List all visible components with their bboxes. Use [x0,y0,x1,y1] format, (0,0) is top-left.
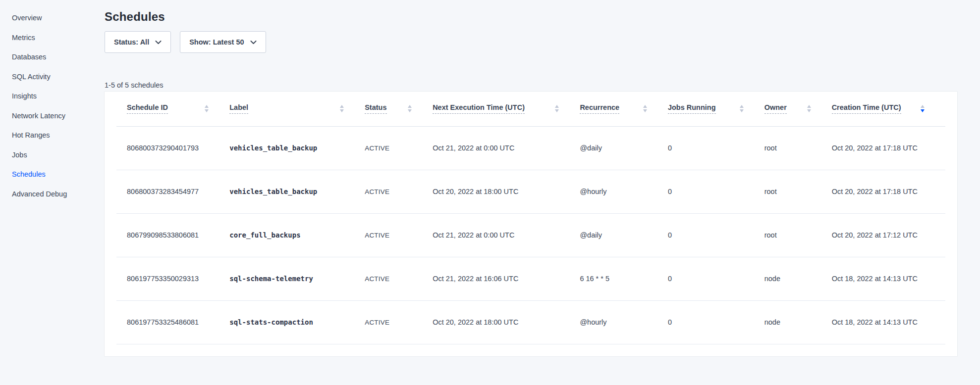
sort-icon-active-desc[interactable] [921,105,925,112]
cell-owner: node [764,275,832,283]
cell-next-execution-time: Oct 21, 2022 at 0:00 UTC [433,144,580,152]
column-label: Label [229,103,248,114]
table-body: 806800373290401793 vehicles_table_backup… [116,126,945,344]
cell-jobs-running: 0 [668,231,764,239]
sidebar-item-sql-activity[interactable]: SQL Activity [12,72,105,82]
cell-creation-time: Oct 20, 2022 at 17:12 UTC [832,231,945,239]
show-filter-label: Show: Latest 50 [189,38,244,46]
cell-recurrence: @hourly [580,318,668,326]
sort-icon[interactable] [643,105,647,112]
cell-schedule-id: 806800373283454977 [116,188,229,195]
column-header-owner[interactable]: Owner [764,92,832,126]
sidebar-item-insights[interactable]: Insights [12,91,105,101]
chevron-down-icon [155,41,162,45]
cell-jobs-running: 0 [668,144,764,152]
sidebar-item-schedules[interactable]: Schedules [12,169,105,179]
column-label: Jobs Running [668,103,716,114]
sidebar-item-hot-ranges[interactable]: Hot Ranges [12,130,105,140]
column-header-creation-time[interactable]: Creation Time (UTC) [832,92,945,126]
cell-owner: root [764,188,832,195]
sidebar-item-advanced-debug[interactable]: Advanced Debug [12,189,105,199]
results-count: 1-5 of 5 schedules [105,80,957,90]
column-header-jobs-running[interactable]: Jobs Running [668,92,764,126]
cell-schedule-id: 806800373290401793 [116,144,229,152]
cell-owner: root [764,144,832,152]
table-row: 806197753350029313 sql-schema-telemetry … [116,257,945,300]
column-label: Next Execution Time (UTC) [433,103,525,114]
show-filter-dropdown[interactable]: Show: Latest 50 [180,31,266,53]
cell-label: sql-stats-compaction [229,318,365,326]
status-filter-dropdown[interactable]: Status: All [105,31,171,53]
sidebar-item-jobs[interactable]: Jobs [12,150,105,160]
cell-schedule-id: 806799098533806081 [116,231,229,239]
sidebar-item-overview[interactable]: Overview [12,13,105,23]
sidebar-item-metrics[interactable]: Metrics [12,33,105,43]
cell-recurrence: 6 16 * * 5 [580,275,668,283]
table-row: 806197753325486081 sql-stats-compaction … [116,300,945,344]
schedules-table: Schedule ID Label [116,92,945,344]
sort-icon[interactable] [205,105,209,112]
sort-icon[interactable] [340,105,344,112]
column-label: Recurrence [580,103,619,114]
cell-owner: node [764,318,832,326]
main-content: Schedules Status: All Show: Latest 50 1-… [105,0,980,385]
column-header-status[interactable]: Status [365,92,433,126]
cell-schedule-id: 806197753325486081 [116,318,229,326]
column-header-label[interactable]: Label [229,92,365,126]
cell-creation-time: Oct 18, 2022 at 14:13 UTC [832,318,945,326]
cell-recurrence: @hourly [580,188,668,195]
cell-status: ACTIVE [365,188,433,195]
cell-status: ACTIVE [365,319,433,326]
cell-status: ACTIVE [365,144,433,152]
cell-creation-time: Oct 20, 2022 at 17:18 UTC [832,144,945,152]
cell-label: vehicles_table_backup [229,144,365,152]
sort-icon[interactable] [807,105,811,112]
sort-icon[interactable] [740,105,744,112]
sort-icon[interactable] [408,105,412,112]
cell-label: core_full_backups [229,231,365,239]
app-root: Overview Metrics Databases SQL Activity … [0,0,980,385]
cell-next-execution-time: Oct 21, 2022 at 16:06 UTC [433,275,580,283]
cell-owner: root [764,231,832,239]
cell-jobs-running: 0 [668,275,764,283]
table-header: Schedule ID Label [116,92,945,126]
chevron-down-icon [250,41,257,45]
column-label: Creation Time (UTC) [832,103,901,114]
table-wrap: Schedule ID Label [105,92,957,344]
cell-creation-time: Oct 18, 2022 at 14:13 UTC [832,275,945,283]
sidebar-item-network-latency[interactable]: Network Latency [12,111,105,121]
column-header-schedule-id[interactable]: Schedule ID [116,92,229,126]
status-filter-label: Status: All [114,38,149,46]
table-row: 806800373283454977 vehicles_table_backup… [116,170,945,213]
cell-next-execution-time: Oct 20, 2022 at 18:00 UTC [433,318,580,326]
cell-next-execution-time: Oct 20, 2022 at 18:00 UTC [433,188,580,195]
cell-label: sql-schema-telemetry [229,275,365,283]
column-label: Status [365,103,386,114]
column-label: Owner [764,103,787,114]
filter-bar: Status: All Show: Latest 50 [105,31,957,53]
column-header-next-execution-time[interactable]: Next Execution Time (UTC) [433,92,580,126]
cell-status: ACTIVE [365,275,433,283]
cell-jobs-running: 0 [668,318,764,326]
cell-recurrence: @daily [580,231,668,239]
cell-schedule-id: 806197753350029313 [116,275,229,283]
sidebar: Overview Metrics Databases SQL Activity … [0,0,105,385]
sort-icon[interactable] [555,105,559,112]
cell-creation-time: Oct 20, 2022 at 17:18 UTC [832,188,945,195]
cell-recurrence: @daily [580,144,668,152]
cell-jobs-running: 0 [668,188,764,195]
page-title: Schedules [105,10,957,24]
column-header-recurrence[interactable]: Recurrence [580,92,668,126]
cell-status: ACTIVE [365,232,433,239]
sidebar-item-databases[interactable]: Databases [12,52,105,62]
table-row: 806799098533806081 core_full_backups ACT… [116,213,945,257]
cell-next-execution-time: Oct 21, 2022 at 0:00 UTC [433,231,580,239]
column-label: Schedule ID [127,103,168,114]
table-row: 806800373290401793 vehicles_table_backup… [116,126,945,170]
cell-label: vehicles_table_backup [229,188,365,195]
schedules-table-card: Schedule ID Label [105,92,957,356]
